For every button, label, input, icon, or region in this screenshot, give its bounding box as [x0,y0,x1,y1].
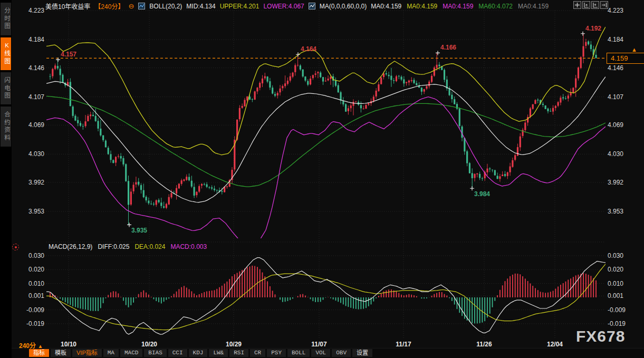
macd-axis-label: 0.030 [15,252,44,259]
ma-value: MA0:4.159 [443,3,473,10]
period-label[interactable]: 【240分】 [94,2,124,11]
y-axis-label: 4.069 [15,121,44,129]
toolbar-button-RSI[interactable]: RSI [229,349,248,357]
macd-diff-value: DIFF:0.025 [98,243,129,250]
current-price-tag: 4.159 [607,53,644,64]
line-chart-icon [138,3,145,9]
line-chart-icon [309,3,315,9]
scale-up-icon[interactable] [582,1,590,9]
svg-text:4.164: 4.164 [301,45,316,53]
y-axis-label: 4.184 [15,36,44,43]
boll-mid-value: MID:4.134 [186,3,215,10]
boll-upper-value: UPPER:4.201 [220,3,259,10]
macd-dea-value: DEA:0.024 [134,243,165,250]
y-axis-label: 4.223 [15,7,44,14]
macd-macd-value: MACD:0.003 [170,243,207,250]
toolbar-button-CR[interactable]: CR [250,349,265,357]
ma-value: MA0:4.159 [518,3,549,10]
collapse-icon[interactable]: ⊖ [128,3,134,9]
date-label: 10/29 [226,341,242,348]
toolbar-button-LW&[interactable]: LW& [209,349,228,357]
y-axis-label: 3.953 [608,208,623,215]
toolbar-button-MACD[interactable]: MACD [120,349,142,357]
macd-axis-label: -0.009 [15,306,44,314]
toolbar-button-BOLL[interactable]: BOLL [287,349,310,357]
macd-axis-label: 0.010 [15,280,44,287]
ma-value: MA0:4.159 [407,3,437,10]
svg-text:3.935: 3.935 [131,227,147,234]
ma-value: MA60:4.072 [478,3,513,10]
svg-text:4.157: 4.157 [61,51,76,58]
chart-header: 美债10年收益率 【240分】 ⊖ BOLL(20,2) MID:4.134 U… [45,2,549,11]
ma-values: MA0:4.159MA0:4.159MA0:4.159MA60:4.072MA0… [371,3,549,10]
toolbar-button-MA[interactable]: MA [103,349,119,357]
footer-period[interactable]: 240分 ▲ [19,341,43,350]
y-axis-label: 4.107 [15,93,44,101]
macd-axis-label: 0.001 [15,292,44,299]
toolbar-button-指标[interactable]: 指标 [29,349,49,357]
scale-right-icon[interactable] [591,1,599,9]
svg-text:3.984: 3.984 [474,190,490,198]
macd-axis-label: 0.030 [608,252,623,259]
y-axis-label: 4.184 [608,36,623,43]
toolbar-button-PSY[interactable]: PSY [267,349,286,357]
toolbar-button-VIP指标[interactable]: VIP指标 [72,349,102,357]
toolbar-button-KDJ[interactable]: KDJ [189,349,208,357]
macd-axis-label: -0.019 [608,320,626,327]
sidebar-tab-闪电图[interactable]: 闪电图 [1,72,11,105]
ma-value: MA0:4.159 [371,3,401,10]
footer-period-label: 240分 [19,342,36,350]
svg-text:4.166: 4.166 [440,44,456,51]
y-axis-label: 4.107 [608,93,623,101]
svg-text:4.192: 4.192 [585,25,601,32]
y-axis-label: 4.030 [15,150,44,158]
macd-axis-label: -0.009 [608,306,626,314]
price-up-arrow: ▲ [631,46,637,53]
date-label: 10/10 [61,341,76,348]
toolbar-button-VOL[interactable]: VOL [311,349,330,357]
instrument-title: 美债10年收益率 [45,2,90,11]
pan-right-icon[interactable] [600,1,608,9]
date-label: 10/20 [141,341,157,348]
boll-lower-value: LOWER:4.067 [263,3,304,10]
date-label: 11/07 [311,341,326,348]
macd-axis-label: 0.020 [15,266,44,273]
watermark: FX678 [576,327,625,345]
sidebar-tab-K线图[interactable]: K线图 [1,37,11,70]
macd-header: MACD(26,12,9) DIFF:0.025 DEA:0.024 MACD:… [49,243,207,250]
toolbar-button-BIAS[interactable]: BIAS [144,349,166,357]
y-axis-label: 4.223 [608,7,623,14]
sidebar-tab-合约资料[interactable]: 合约资料 [1,107,11,147]
macd-axis-label: 0.020 [608,266,623,273]
toolbar-button-CCI[interactable]: CCI [168,349,187,357]
y-axis-label: 4.146 [15,64,44,72]
chart-window-controls [573,1,608,9]
crosshair-icon[interactable] [573,1,581,9]
macd-axis-label: -0.019 [15,320,44,327]
period-up-arrow: ▲ [37,343,43,349]
y-axis-label: 4.146 [608,64,623,72]
toolbar-button-模板[interactable]: 模板 [51,349,71,357]
ma-label: MA(0,0,0,60,0,0) [320,3,367,10]
app-window: 4.1573.9354.1644.1663.9844.192 分时图K线图闪电图… [0,0,644,358]
sidebar-tab-分时图[interactable]: 分时图 [1,3,11,35]
y-axis-label: 3.992 [608,179,623,186]
toolbar-button-OBV[interactable]: OBV [332,349,351,357]
date-label: 11/26 [476,341,492,348]
toolbar-button-设置[interactable]: 设置 [352,349,372,357]
macd-label: MACD(26,12,9) [49,243,92,250]
date-label: 12/04 [547,341,563,348]
date-label: 11/17 [396,341,411,348]
chart-canvas[interactable]: 4.1573.9354.1644.1663.9844.192 [0,0,644,358]
left-sidebar: 分时图K线图闪电图合约资料 [0,0,12,358]
macd-axis-label: 0.001 [608,292,623,299]
macd-indicator-icon[interactable] [12,244,19,250]
y-axis-label: 3.953 [15,208,44,215]
indicator-toolbar: 指标模板VIP指标MAMACDBIASCCIKDJLW&RSICRPSYBOLL… [29,349,372,357]
boll-label: BOLL(20,2) [149,3,182,10]
y-axis-label: 4.030 [608,150,623,158]
macd-axis-label: 0.010 [608,280,623,287]
y-axis-label: 3.992 [15,179,44,186]
y-axis-label: 4.069 [608,121,623,129]
